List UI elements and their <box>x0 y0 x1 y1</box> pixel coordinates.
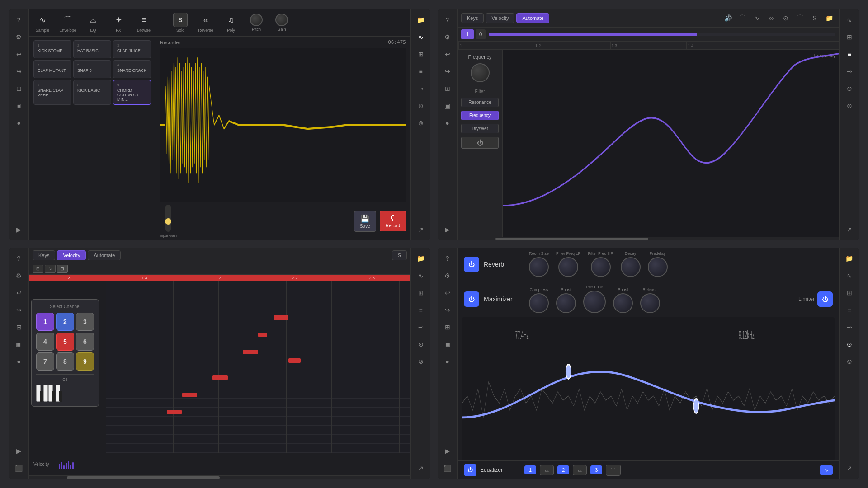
browse-tool[interactable]: ≡ Browse <box>135 13 153 33</box>
grid-icon-tl[interactable]: ⊞ <box>414 47 428 61</box>
waveform-icon-tl[interactable]: ∿ <box>414 30 428 44</box>
note-5[interactable] <box>258 333 267 337</box>
layers-icon[interactable]: ⊞ <box>12 81 26 96</box>
pad-2[interactable]: 2 HAT BASIC <box>73 40 111 58</box>
black-key[interactable] <box>52 391 55 402</box>
channel-btn-5[interactable]: 5 <box>56 333 74 351</box>
people-icon-tr[interactable]: ⊚ <box>842 99 857 113</box>
compress-knob[interactable] <box>529 293 549 313</box>
pad-3[interactable]: 3 CLAP JUICE <box>113 40 151 58</box>
gear-icon-tr[interactable]: ⚙ <box>440 30 455 44</box>
cassette-icon-bl[interactable]: ▣ <box>12 337 26 352</box>
sliders-icon-br[interactable]: ⊸ <box>842 320 857 334</box>
channel-btn-6[interactable]: 6 <box>76 333 94 351</box>
globe-icon-tr[interactable]: ⊙ <box>842 81 857 96</box>
undo-icon-tr[interactable]: ↩ <box>440 47 455 61</box>
layers-icon-bl[interactable]: ⊞ <box>12 320 26 334</box>
redo-icon-br[interactable]: ↪ <box>440 303 455 317</box>
note-6[interactable] <box>288 358 301 363</box>
tab-automate-tr[interactable]: Automate <box>516 13 549 23</box>
solo-tool[interactable]: S Solo <box>171 13 189 33</box>
sample-tool[interactable]: ∿ Sample <box>33 13 52 33</box>
predelay-knob[interactable] <box>648 257 668 277</box>
solo-btn[interactable]: S <box>173 13 188 27</box>
grid-icon-bl[interactable]: ⊞ <box>414 286 428 300</box>
help-icon[interactable]: ? <box>12 13 26 27</box>
grid-icon-br[interactable]: ⊞ <box>842 286 857 300</box>
dots-icon-tr[interactable]: ⊙ <box>779 12 792 24</box>
gain-knob[interactable] <box>275 14 288 26</box>
play-icon-tr[interactable]: ▶ <box>440 222 455 237</box>
note-1[interactable] <box>274 315 289 320</box>
layers-icon-br[interactable]: ⊞ <box>440 320 455 334</box>
globe-icon-br[interactable]: ⊙ <box>842 337 857 352</box>
pad-1[interactable]: 1 KICK STOMP <box>33 40 71 58</box>
presence-knob[interactable] <box>583 291 606 313</box>
folder-icon-br[interactable]: 📁 <box>842 251 857 266</box>
chain-icon-tr[interactable]: ∞ <box>765 12 778 24</box>
eq-power-btn[interactable]: ⏻ <box>464 464 476 476</box>
layers-icon-tr[interactable]: ⊞ <box>440 81 455 96</box>
filter-freq-hp-knob[interactable] <box>591 257 611 277</box>
h-scrollbar-tr[interactable] <box>458 237 839 240</box>
eq-shape-1[interactable]: ⌓ <box>540 465 554 475</box>
speaker-icon-tr[interactable]: 🔊 <box>722 12 734 24</box>
white-key[interactable] <box>43 385 48 402</box>
redo-icon[interactable]: ↪ <box>12 64 26 79</box>
pitch-knob[interactable] <box>250 14 263 26</box>
black-key[interactable] <box>40 391 43 402</box>
people-icon-br[interactable]: ⊚ <box>842 354 857 369</box>
play-icon[interactable]: ▶ <box>12 222 26 237</box>
reverb-power-btn[interactable]: ⏻ <box>464 257 479 272</box>
eq-shape-3[interactable]: ⌒ <box>606 465 621 476</box>
pad-7[interactable]: 7 SNARE CLAP VERB <box>33 80 71 105</box>
pad-9[interactable]: 9 CHORD GUITAR C# MIN... <box>113 80 151 105</box>
tab-velocity-tr[interactable]: Velocity <box>486 13 514 23</box>
boost1-knob[interactable] <box>556 293 576 313</box>
export-icon-br[interactable]: ↗ <box>842 461 857 475</box>
note-4[interactable] <box>182 393 198 397</box>
eq-band-3-btn[interactable]: 3 <box>590 465 602 474</box>
undo-icon-br[interactable]: ↩ <box>440 286 455 300</box>
people-icon-bl[interactable]: ⊚ <box>414 354 428 369</box>
cassette-icon-br[interactable]: ▣ <box>440 337 455 352</box>
curve-icon-tr[interactable]: ⌒ <box>794 12 807 24</box>
tab-keys-bl[interactable]: Keys <box>33 250 55 260</box>
cassette-icon[interactable]: ▣ <box>12 99 26 113</box>
s-btn-bl[interactable]: S <box>392 250 407 260</box>
play-icon-bl[interactable]: ▶ <box>12 444 26 458</box>
help-icon-bl[interactable]: ? <box>12 251 26 266</box>
folder-icon-tr2[interactable]: 📁 <box>823 12 835 24</box>
help-icon-br[interactable]: ? <box>440 251 455 266</box>
waveform-icon-tr2[interactable]: ∿ <box>842 13 857 27</box>
record-icon-br[interactable]: ● <box>440 354 455 369</box>
note-3[interactable] <box>212 375 228 380</box>
wave2-icon-tr[interactable]: ∿ <box>750 12 763 24</box>
pad-4[interactable]: 4 CLAP MUTANT <box>33 60 71 78</box>
record-button[interactable]: 🎙 Record <box>380 211 406 231</box>
h-scrollbar-bl[interactable] <box>29 475 410 479</box>
s-btn-tr[interactable]: S <box>808 12 821 24</box>
page-0-btn[interactable]: 0 <box>476 29 486 39</box>
eq-band-1-btn[interactable]: 1 <box>524 465 536 474</box>
gain-tool[interactable]: Gain <box>273 14 291 32</box>
cassette-icon-tr[interactable]: ▣ <box>440 99 455 113</box>
tab-velocity-bl[interactable]: Velocity <box>57 250 86 260</box>
redo-icon-tr[interactable]: ↪ <box>440 64 455 79</box>
pad-8[interactable]: 8 KICK BASIC <box>73 80 111 105</box>
filter-freq-lp-knob[interactable] <box>558 257 578 277</box>
list-icon-br[interactable]: ≡ <box>842 303 857 317</box>
resonance-btn[interactable]: Resonance <box>461 98 499 107</box>
pitch-tool[interactable]: Pitch <box>247 14 265 32</box>
limiter-power-btn[interactable]: ⏻ <box>817 291 833 307</box>
release-knob[interactable] <box>640 293 660 313</box>
channel-btn-2[interactable]: 2 <box>56 313 74 331</box>
record-icon-tr[interactable]: ● <box>440 116 455 130</box>
help-icon-tr[interactable]: ? <box>440 13 455 27</box>
gear-icon-br[interactable]: ⚙ <box>440 268 455 283</box>
decay-knob[interactable] <box>621 257 641 277</box>
play-icon-br[interactable]: ▶ <box>440 444 455 458</box>
waveform-icon-bl[interactable]: ∿ <box>414 268 428 283</box>
gear-icon[interactable]: ⚙ <box>12 30 26 44</box>
channel-btn-4[interactable]: 4 <box>36 333 54 351</box>
